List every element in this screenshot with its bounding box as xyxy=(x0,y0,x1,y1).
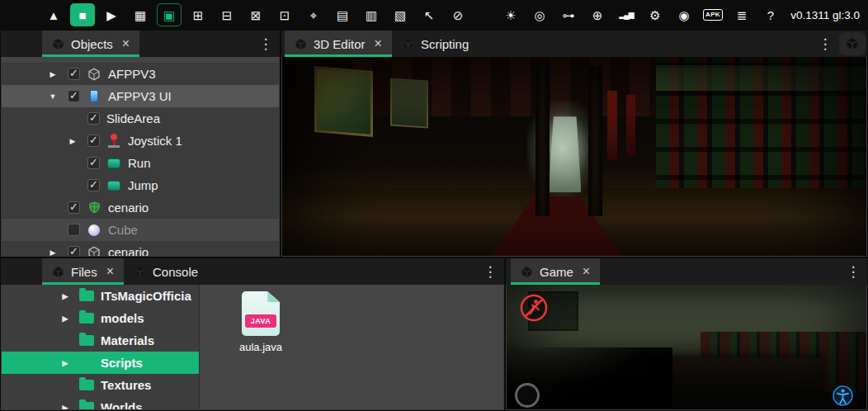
delete-button[interactable]: ⊘ xyxy=(446,3,470,26)
visibility-checkbox[interactable] xyxy=(87,179,100,191)
file-aula-java[interactable]: JAVA aula.java xyxy=(229,291,292,353)
game-viewport[interactable] xyxy=(507,285,866,409)
trash-icon: ⊘ xyxy=(453,9,464,21)
visibility-checkbox[interactable] xyxy=(87,135,100,147)
folder-models[interactable]: models xyxy=(2,307,199,329)
visibility-checkbox[interactable] xyxy=(68,68,80,80)
play-button[interactable]: ▶ xyxy=(99,3,124,26)
editor-menu-button[interactable]: ⋮ xyxy=(811,31,839,57)
select-region-button[interactable]: ⊡ xyxy=(272,3,297,26)
folder-materials[interactable]: Materials xyxy=(2,329,199,352)
expand-arrow-icon[interactable] xyxy=(45,70,61,78)
item-label: Cube xyxy=(108,223,138,237)
hierarchy-item-joystick[interactable]: Joystick 1 xyxy=(2,130,279,152)
game-menu-button[interactable]: ⋮ xyxy=(839,258,867,285)
expand-arrow-icon[interactable] xyxy=(58,359,73,367)
item-label: cenario xyxy=(108,201,149,215)
folder-label: Materials xyxy=(101,333,154,347)
expand-arrow-icon[interactable] xyxy=(64,137,81,145)
scene-vignette xyxy=(282,57,866,256)
tab-label: Files xyxy=(71,265,97,279)
build-target-button[interactable]: ◉ xyxy=(672,3,696,26)
screen-cast-button[interactable]: ▣ xyxy=(157,3,182,26)
folder-worlds[interactable]: Worlds xyxy=(2,396,199,409)
folder-scripts[interactable]: Scripts xyxy=(2,352,199,374)
hierarchy-item-slidearea[interactable]: SlideArea xyxy=(2,107,279,130)
close-icon[interactable]: × xyxy=(122,36,130,51)
collapse-arrow-icon[interactable] xyxy=(45,92,61,101)
item-label: AFPPV3 xyxy=(108,67,156,81)
virtual-joystick[interactable] xyxy=(515,383,540,408)
objects-menu-button[interactable]: ⋮ xyxy=(252,31,280,57)
panel-cube-button[interactable] xyxy=(839,32,866,55)
visibility-checkbox[interactable] xyxy=(87,157,100,169)
tab-scripting[interactable]: Scripting xyxy=(392,31,479,57)
hierarchy-item-afppv3-ui[interactable]: AFPPV3 UI xyxy=(2,85,279,107)
folder-textures[interactable]: Textures xyxy=(2,374,199,396)
import-box-button[interactable]: ⊞ xyxy=(186,3,210,26)
package-box-button[interactable]: ⊠ xyxy=(243,3,268,26)
orbit-icon: ◎ xyxy=(534,9,545,21)
layers-button[interactable]: ▥ xyxy=(359,3,384,26)
cube-icon xyxy=(521,266,533,278)
hierarchy-item-jump[interactable]: Jump xyxy=(2,174,279,196)
folder-icon xyxy=(79,357,94,368)
database-button[interactable]: ≣ xyxy=(729,3,754,26)
files-tabbar: Files × Console ⋮ xyxy=(1,258,504,285)
hierarchy-item-cenario[interactable]: cenario xyxy=(2,196,279,219)
help-button[interactable]: ? xyxy=(758,3,783,26)
pointer-input-button[interactable]: ↖ xyxy=(417,3,441,26)
toolbar: ▲ ■ ▶ ▦ ▣ ⊞ ⊟ ⊠ ⊡ ⌖ ▤ ▥ ▧ ↖ ⊘ ☀ ◎ ⊶ ⊕ ▂▄… xyxy=(0,0,868,30)
tab-3d-editor[interactable]: 3D Editor × xyxy=(285,31,392,57)
hierarchy-item-run[interactable]: Run xyxy=(2,152,279,174)
visibility-checkbox[interactable] xyxy=(68,90,80,102)
settings-button[interactable]: ⚙ xyxy=(643,3,668,26)
disable-run-button[interactable] xyxy=(520,294,548,322)
accessibility-button[interactable] xyxy=(833,385,853,406)
close-icon[interactable]: × xyxy=(583,264,590,279)
stop-button[interactable]: ■ xyxy=(70,3,95,26)
visibility-checkbox[interactable] xyxy=(68,224,80,236)
visibility-checkbox[interactable] xyxy=(87,112,100,125)
move-tool-icon: ⌖ xyxy=(310,9,317,21)
close-icon[interactable]: × xyxy=(106,264,114,279)
scene-3d-viewport[interactable] xyxy=(282,57,866,256)
visibility-checkbox[interactable] xyxy=(68,201,80,214)
duplicate-button[interactable]: ▤ xyxy=(330,3,355,26)
display-out-button[interactable]: ▧ xyxy=(388,3,413,26)
expand-arrow-icon[interactable] xyxy=(58,404,73,410)
expand-arrow-icon[interactable] xyxy=(45,248,61,257)
apk-export-button[interactable]: APK xyxy=(701,3,725,26)
tab-objects[interactable]: Objects × xyxy=(42,31,139,57)
close-icon[interactable]: × xyxy=(375,36,382,51)
camera-orbit-button[interactable]: ◎ xyxy=(527,3,552,26)
expand-arrow-icon[interactable] xyxy=(58,314,73,323)
hierarchy-item-cube[interactable]: Cube xyxy=(2,219,279,241)
tab-console[interactable]: Console xyxy=(124,258,208,285)
bar-chart-icon: ▂▄▆ xyxy=(619,12,633,19)
java-file-icon: JAVA xyxy=(242,291,280,336)
objects-panel: Objects × ⋮ AFPPV3 AFPPV3 UI Sl xyxy=(0,30,281,257)
hierarchy-item-afppv3[interactable]: AFPPV3 xyxy=(2,63,279,85)
add-cube-icon: ⊕ xyxy=(592,9,603,21)
node-graph-button[interactable]: ⊶ xyxy=(556,3,581,26)
add-object-button[interactable]: ⊕ xyxy=(585,3,610,26)
hierarchy-item-cenario2[interactable]: cenario xyxy=(2,241,279,256)
files-menu-button[interactable]: ⋮ xyxy=(476,258,504,285)
save-button[interactable]: ▦ xyxy=(128,3,153,26)
expand-toolbar-button[interactable]: ▲ xyxy=(41,3,66,26)
prefab-cube-icon xyxy=(87,67,101,82)
tab-game[interactable]: Game × xyxy=(511,258,600,285)
target-icon: ◉ xyxy=(678,9,689,21)
stats-button[interactable]: ▂▄▆ xyxy=(614,3,639,26)
tab-files[interactable]: Files × xyxy=(42,258,124,285)
package-box-icon: ⊠ xyxy=(251,9,262,21)
move-tool-button[interactable]: ⌖ xyxy=(301,3,326,26)
tab-label: Console xyxy=(153,265,198,279)
folder-itsmagicofficia[interactable]: ITsMagicOfficia xyxy=(2,285,199,307)
lighting-button[interactable]: ☀ xyxy=(498,3,523,26)
java-badge: JAVA xyxy=(245,314,276,328)
visibility-checkbox[interactable] xyxy=(68,246,80,256)
expand-arrow-icon[interactable] xyxy=(58,292,73,300)
export-box-button[interactable]: ⊟ xyxy=(215,3,239,26)
